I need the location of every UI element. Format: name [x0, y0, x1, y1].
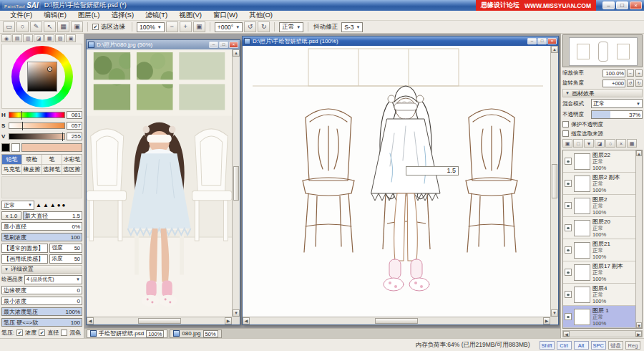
rgb-slider-tab-icon[interactable]: ▤ — [12, 34, 22, 42]
scroll-thumb[interactable] — [552, 164, 557, 198]
swatches-tab-icon[interactable]: ▦ — [44, 34, 54, 42]
scroll-thumb[interactable] — [233, 166, 239, 201]
horizontal-scrollbar[interactable]: ◀ ▶ — [87, 317, 232, 324]
maximize-button[interactable]: □ — [537, 38, 547, 44]
tool-select-eraser[interactable]: 选区擦 — [62, 165, 82, 174]
photo-window-titlebar[interactable]: D:\照片\080.jpg (50%) – □ × — [87, 40, 240, 49]
delete-layer-icon[interactable]: × — [616, 139, 626, 148]
layer-row[interactable]: 图层20 正常 100% — [563, 217, 635, 239]
layer-options-icon[interactable]: ▦ — [627, 139, 637, 148]
layer-row[interactable]: 图层21 正常 100% — [563, 239, 635, 261]
lineart-window[interactable]: D:\照片\手绘智妍壁纸.psd (100%) – □ × — [242, 36, 559, 325]
scroll-left-icon[interactable]: ◀ — [87, 317, 94, 324]
visibility-eye-icon[interactable] — [565, 202, 572, 209]
zoom-in-button[interactable]: + — [635, 69, 643, 77]
hard-soft-slider[interactable]: 笔压 硬<=>软 100 — [1, 318, 82, 327]
lineart-window-titlebar[interactable]: D:\照片\手绘智妍壁纸.psd (100%) – □ × — [243, 37, 558, 46]
angle-value-box[interactable]: +000° ▼ — [215, 22, 243, 32]
blend-mode-dropdown[interactable]: 正常 ▼ — [279, 22, 303, 32]
tool-pencil[interactable]: 铅笔 — [2, 155, 21, 164]
pen-tool-icon[interactable]: ✎ — [30, 21, 42, 32]
scroll-right-icon[interactable]: ▶ — [635, 331, 642, 337]
color-wheel-tab-icon[interactable]: ◉ — [1, 34, 11, 42]
tab-psd-document[interactable]: 手绘智妍壁纸.psd 100% — [87, 330, 167, 338]
scroll-down-icon[interactable]: ▼ — [551, 309, 558, 317]
transfer-down-icon[interactable]: ▼ — [584, 139, 594, 148]
layer-row[interactable]: 图层22 正常 100% — [563, 150, 635, 173]
tool-eraser[interactable]: 橡皮擦 — [22, 165, 42, 174]
scroll-right-icon[interactable]: ▶ — [225, 317, 232, 324]
color-mixer-tab-icon[interactable]: ◪ — [34, 34, 44, 42]
value-slider[interactable] — [9, 133, 65, 140]
brush-tip-icon[interactable]: ▲ — [50, 202, 56, 208]
photo-canvas[interactable]: ▲ ▼ ◀ ▶ — [87, 49, 240, 324]
lineart-canvas[interactable]: 1.5 ▲ ▼ ◀ ▶ — [243, 46, 558, 324]
tool-airbrush[interactable]: 喷枪 — [22, 155, 42, 164]
value-value[interactable]: 255 — [67, 133, 82, 140]
photo-window[interactable]: D:\照片\080.jpg (50%) – □ × — [86, 39, 240, 325]
paper-texture-density[interactable]: 浓度 50 — [49, 254, 82, 264]
paper-texture-dropdown[interactable]: 【画用纸质感】 — [1, 254, 48, 264]
paper-effect-header[interactable]: ▼ 画材效果 — [562, 89, 643, 97]
scroll-thumb[interactable] — [138, 318, 181, 324]
zoom-in-button[interactable]: + — [180, 21, 192, 32]
minimize-button[interactable]: – — [602, 1, 615, 9]
brush-tip-icon[interactable]: ▲ — [43, 202, 49, 208]
menu-others[interactable]: 其他(O) — [243, 11, 278, 20]
layer-row[interactable]: 图层2 副本 正常 100% — [563, 173, 635, 195]
menu-file[interactable]: 文件(F) — [4, 11, 38, 20]
square-tool-icon[interactable]: ▣ — [71, 21, 83, 32]
tab-jpg-document[interactable]: 080.jpg 50% — [170, 330, 221, 338]
navigator[interactable] — [562, 34, 643, 67]
scroll-right-icon[interactable]: ▶ — [543, 317, 550, 324]
maximize-button[interactable]: □ — [616, 1, 628, 9]
layer-list-scrollbar[interactable]: ▲ ▼ — [635, 150, 642, 328]
pressure-diameter-checkbox[interactable]: ✔ — [39, 330, 45, 336]
diameter-unit-button[interactable]: x 1.0 — [1, 211, 21, 220]
navigator-thumbnail[interactable] — [569, 37, 638, 66]
visibility-eye-icon[interactable] — [565, 291, 572, 298]
zoom-out-button[interactable]: − — [166, 21, 178, 32]
lasso-tool-icon[interactable]: ○ — [16, 21, 29, 32]
stabilizer-dropdown[interactable]: S-3 ▼ — [341, 22, 363, 32]
quality-dropdown[interactable]: 4 (品质优先) ▼ — [24, 275, 82, 284]
vertical-scrollbar[interactable]: ▲ ▼ — [550, 46, 558, 317]
zoom-value-box[interactable]: 100% ▼ — [137, 22, 165, 32]
merge-down-icon[interactable]: ◪ — [595, 139, 605, 148]
rotate-cw-button[interactable]: ↻ — [258, 21, 270, 32]
selection-edge-checkbox[interactable]: ✔ — [92, 24, 99, 30]
layer-row[interactable]: 图层17 副本 正常 100% — [563, 261, 635, 284]
layer-row[interactable]: 图层2 正常 100% — [563, 195, 635, 217]
brush-blend-dropdown[interactable]: 正常 ▼ — [1, 201, 34, 210]
navigator-angle-value[interactable]: +000 — [602, 80, 625, 87]
advanced-settings-header[interactable]: ▼ 详细设置 — [1, 265, 82, 274]
selection-source-checkbox[interactable] — [562, 130, 569, 137]
maximize-button[interactable]: □ — [219, 42, 228, 48]
scroll-up-icon[interactable]: ▲ — [233, 49, 240, 57]
scroll-thumb[interactable] — [375, 318, 418, 324]
close-button[interactable]: × — [630, 1, 642, 9]
scroll-down-icon[interactable]: ▼ — [636, 322, 642, 328]
min-density-slider[interactable]: 最小浓度 0 — [1, 297, 82, 305]
brush-shape-strength[interactable]: 强度 50 — [49, 244, 82, 253]
menu-select[interactable]: 选择(S) — [105, 11, 140, 20]
layer-row[interactable]: 图层4 正常 100% — [563, 284, 635, 306]
visibility-eye-icon[interactable] — [565, 246, 572, 254]
zoom-reset-button[interactable]: ▣ — [193, 21, 205, 32]
close-button[interactable]: × — [229, 42, 238, 48]
tool-brush[interactable]: 笔 — [42, 155, 62, 164]
pressure-density-checkbox[interactable]: ✔ — [16, 330, 23, 336]
hue-value[interactable]: 081 — [67, 111, 82, 119]
menu-view[interactable]: 视图(V) — [173, 11, 208, 20]
empty-tool-slots[interactable] — [1, 176, 82, 199]
clear-layer-icon[interactable]: ○ — [605, 139, 615, 148]
tool-marker[interactable]: 马克笔 — [2, 165, 21, 174]
visibility-eye-icon[interactable] — [565, 269, 572, 276]
scroll-up-icon[interactable]: ▲ — [636, 150, 642, 156]
rotate-ccw-button[interactable]: ↺ — [627, 80, 634, 87]
palette-options-icon[interactable]: ▣ — [66, 34, 76, 42]
visibility-eye-icon[interactable] — [565, 313, 572, 320]
scroll-left-icon[interactable]: ◀ — [563, 331, 570, 337]
scratchpad-tab-icon[interactable]: ▧ — [55, 34, 65, 42]
visibility-eye-icon[interactable] — [565, 158, 572, 165]
